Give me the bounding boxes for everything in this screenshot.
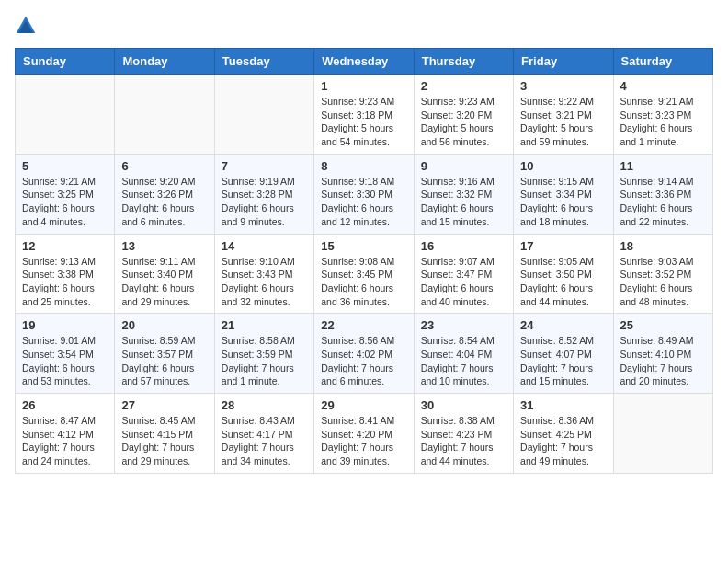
day-number: 2 (421, 79, 506, 93)
calendar-cell (16, 75, 115, 155)
day-info: Sunrise: 8:49 AM Sunset: 4:10 PM Dayligh… (620, 334, 706, 388)
day-info: Sunrise: 9:15 AM Sunset: 3:34 PM Dayligh… (520, 175, 606, 229)
calendar-cell: 10Sunrise: 9:15 AM Sunset: 3:34 PM Dayli… (514, 154, 613, 234)
day-number: 14 (222, 239, 307, 253)
day-number: 24 (520, 318, 606, 332)
day-number: 7 (222, 159, 307, 173)
day-info: Sunrise: 9:05 AM Sunset: 3:50 PM Dayligh… (520, 255, 606, 309)
day-info: Sunrise: 9:01 AM Sunset: 3:54 PM Dayligh… (22, 334, 108, 388)
calendar-table: SundayMondayTuesdayWednesdayThursdayFrid… (15, 48, 713, 474)
day-number: 18 (620, 239, 706, 253)
day-number: 20 (121, 318, 207, 332)
calendar-cell: 31Sunrise: 8:36 AM Sunset: 4:25 PM Dayli… (514, 394, 613, 474)
calendar-cell: 19Sunrise: 9:01 AM Sunset: 3:54 PM Dayli… (16, 314, 115, 394)
day-info: Sunrise: 9:07 AM Sunset: 3:47 PM Dayligh… (421, 255, 506, 309)
day-number: 1 (321, 79, 406, 93)
calendar-cell (613, 394, 712, 474)
day-number: 28 (222, 398, 307, 412)
day-number: 3 (520, 79, 606, 93)
calendar-cell: 3Sunrise: 9:22 AM Sunset: 3:21 PM Daylig… (514, 75, 613, 155)
day-info: Sunrise: 9:19 AM Sunset: 3:28 PM Dayligh… (222, 175, 307, 229)
day-number: 23 (421, 318, 506, 332)
calendar-cell: 18Sunrise: 9:03 AM Sunset: 3:52 PM Dayli… (613, 234, 712, 314)
day-info: Sunrise: 9:08 AM Sunset: 3:45 PM Dayligh… (321, 255, 406, 309)
calendar-cell: 26Sunrise: 8:47 AM Sunset: 4:12 PM Dayli… (16, 394, 115, 474)
calendar-cell: 23Sunrise: 8:54 AM Sunset: 4:04 PM Dayli… (414, 314, 513, 394)
day-number: 11 (620, 159, 706, 173)
day-number: 27 (121, 398, 207, 412)
calendar-cell: 20Sunrise: 8:59 AM Sunset: 3:57 PM Dayli… (115, 314, 214, 394)
day-header-sunday: Sunday (16, 49, 115, 75)
day-info: Sunrise: 9:23 AM Sunset: 3:18 PM Dayligh… (321, 95, 406, 149)
week-row-1: 1Sunrise: 9:23 AM Sunset: 3:18 PM Daylig… (16, 75, 713, 155)
day-number: 15 (321, 239, 406, 253)
day-info: Sunrise: 9:14 AM Sunset: 3:36 PM Dayligh… (620, 175, 706, 229)
week-row-4: 19Sunrise: 9:01 AM Sunset: 3:54 PM Dayli… (16, 314, 713, 394)
day-info: Sunrise: 9:21 AM Sunset: 3:25 PM Dayligh… (22, 175, 108, 229)
logo (15, 15, 40, 37)
calendar-cell: 9Sunrise: 9:16 AM Sunset: 3:32 PM Daylig… (414, 154, 513, 234)
day-number: 22 (321, 318, 406, 332)
calendar-cell: 12Sunrise: 9:13 AM Sunset: 3:38 PM Dayli… (16, 234, 115, 314)
day-info: Sunrise: 9:16 AM Sunset: 3:32 PM Dayligh… (421, 175, 506, 229)
logo-icon (15, 15, 37, 37)
day-header-tuesday: Tuesday (214, 49, 313, 75)
day-number: 6 (121, 159, 207, 173)
day-number: 4 (620, 79, 706, 93)
calendar-cell: 17Sunrise: 9:05 AM Sunset: 3:50 PM Dayli… (514, 234, 613, 314)
day-number: 16 (421, 239, 506, 253)
day-header-wednesday: Wednesday (314, 49, 414, 75)
day-info: Sunrise: 9:11 AM Sunset: 3:40 PM Dayligh… (121, 255, 207, 309)
day-number: 29 (321, 398, 406, 412)
day-info: Sunrise: 8:41 AM Sunset: 4:20 PM Dayligh… (321, 414, 406, 468)
calendar-cell (214, 75, 313, 155)
day-info: Sunrise: 9:10 AM Sunset: 3:43 PM Dayligh… (222, 255, 307, 309)
day-info: Sunrise: 9:18 AM Sunset: 3:30 PM Dayligh… (321, 175, 406, 229)
calendar-cell: 6Sunrise: 9:20 AM Sunset: 3:26 PM Daylig… (115, 154, 214, 234)
page-header (15, 15, 713, 37)
calendar-header-row: SundayMondayTuesdayWednesdayThursdayFrid… (16, 49, 713, 75)
calendar-cell: 25Sunrise: 8:49 AM Sunset: 4:10 PM Dayli… (613, 314, 712, 394)
day-info: Sunrise: 9:21 AM Sunset: 3:23 PM Dayligh… (620, 95, 706, 149)
day-info: Sunrise: 8:52 AM Sunset: 4:07 PM Dayligh… (520, 334, 606, 388)
calendar-cell: 28Sunrise: 8:43 AM Sunset: 4:17 PM Dayli… (214, 394, 313, 474)
calendar-cell: 24Sunrise: 8:52 AM Sunset: 4:07 PM Dayli… (514, 314, 613, 394)
day-header-saturday: Saturday (613, 49, 712, 75)
calendar-cell: 4Sunrise: 9:21 AM Sunset: 3:23 PM Daylig… (613, 75, 712, 155)
day-info: Sunrise: 8:54 AM Sunset: 4:04 PM Dayligh… (421, 334, 506, 388)
calendar-cell: 29Sunrise: 8:41 AM Sunset: 4:20 PM Dayli… (314, 394, 414, 474)
calendar-cell: 21Sunrise: 8:58 AM Sunset: 3:59 PM Dayli… (214, 314, 313, 394)
day-info: Sunrise: 8:47 AM Sunset: 4:12 PM Dayligh… (22, 414, 108, 468)
calendar-cell: 8Sunrise: 9:18 AM Sunset: 3:30 PM Daylig… (314, 154, 414, 234)
day-number: 30 (421, 398, 506, 412)
calendar-cell: 2Sunrise: 9:23 AM Sunset: 3:20 PM Daylig… (414, 75, 513, 155)
day-number: 12 (22, 239, 108, 253)
day-info: Sunrise: 9:22 AM Sunset: 3:21 PM Dayligh… (520, 95, 606, 149)
calendar-cell (115, 75, 214, 155)
day-number: 19 (22, 318, 108, 332)
day-info: Sunrise: 8:43 AM Sunset: 4:17 PM Dayligh… (222, 414, 307, 468)
day-info: Sunrise: 8:38 AM Sunset: 4:23 PM Dayligh… (421, 414, 506, 468)
calendar-cell: 16Sunrise: 9:07 AM Sunset: 3:47 PM Dayli… (414, 234, 513, 314)
calendar-cell: 22Sunrise: 8:56 AM Sunset: 4:02 PM Dayli… (314, 314, 414, 394)
week-row-2: 5Sunrise: 9:21 AM Sunset: 3:25 PM Daylig… (16, 154, 713, 234)
calendar-cell: 15Sunrise: 9:08 AM Sunset: 3:45 PM Dayli… (314, 234, 414, 314)
calendar-cell: 5Sunrise: 9:21 AM Sunset: 3:25 PM Daylig… (16, 154, 115, 234)
day-info: Sunrise: 8:58 AM Sunset: 3:59 PM Dayligh… (222, 334, 307, 388)
day-info: Sunrise: 8:45 AM Sunset: 4:15 PM Dayligh… (121, 414, 207, 468)
day-info: Sunrise: 8:36 AM Sunset: 4:25 PM Dayligh… (520, 414, 606, 468)
day-number: 9 (421, 159, 506, 173)
day-number: 26 (22, 398, 108, 412)
day-number: 5 (22, 159, 108, 173)
day-info: Sunrise: 9:13 AM Sunset: 3:38 PM Dayligh… (22, 255, 108, 309)
calendar-cell: 30Sunrise: 8:38 AM Sunset: 4:23 PM Dayli… (414, 394, 513, 474)
day-header-friday: Friday (514, 49, 613, 75)
calendar-cell: 13Sunrise: 9:11 AM Sunset: 3:40 PM Dayli… (115, 234, 214, 314)
day-info: Sunrise: 9:03 AM Sunset: 3:52 PM Dayligh… (620, 255, 706, 309)
day-number: 21 (222, 318, 307, 332)
day-number: 10 (520, 159, 606, 173)
calendar-cell: 7Sunrise: 9:19 AM Sunset: 3:28 PM Daylig… (214, 154, 313, 234)
week-row-3: 12Sunrise: 9:13 AM Sunset: 3:38 PM Dayli… (16, 234, 713, 314)
day-number: 17 (520, 239, 606, 253)
day-info: Sunrise: 8:56 AM Sunset: 4:02 PM Dayligh… (321, 334, 406, 388)
